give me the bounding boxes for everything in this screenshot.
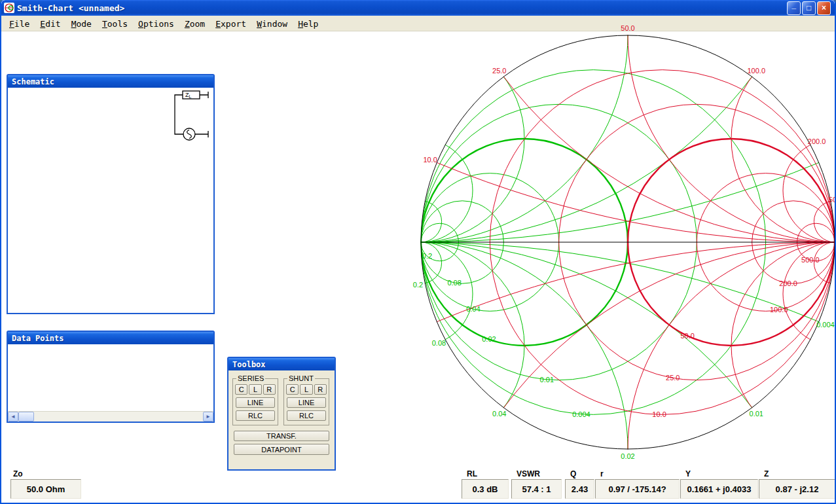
svg-text:0.01: 0.01 <box>750 410 763 418</box>
schematic-window: Schematic ZL <box>7 74 215 314</box>
svg-text:10.0: 10.0 <box>652 410 666 418</box>
load-label: ZL <box>185 92 192 99</box>
datapoint-button[interactable]: DATAPOINT <box>234 444 329 455</box>
data-points-window: Data Points ◄ ► <box>7 331 215 423</box>
shunt-r-button[interactable]: R <box>314 384 327 395</box>
svg-text:0.08: 0.08 <box>447 279 461 287</box>
svg-text:100.0: 100.0 <box>770 306 788 314</box>
shunt-c-button[interactable]: C <box>286 384 299 395</box>
schematic-title: Schematic <box>12 77 54 86</box>
shunt-group: SHUNT C L R LINE RLC <box>283 378 329 425</box>
svg-text:0.04: 0.04 <box>466 305 480 313</box>
z-value: 0.87 - j2.12 <box>759 479 835 499</box>
toolbox-body: SERIES C L R LINE RLC SHUNT C L R <box>228 370 335 469</box>
data-points-titlebar[interactable]: Data Points <box>8 332 213 344</box>
y-readout: Y 0.1661 + j0.4033 <box>680 469 758 499</box>
gamma-label: r <box>595 469 680 479</box>
series-rlc-button[interactable]: RLC <box>236 410 275 421</box>
schematic-canvas[interactable]: ZL <box>8 88 213 313</box>
terminal-top <box>200 92 208 98</box>
y-value: 0.1661 + j0.4033 <box>680 479 758 499</box>
z-readout: Z 0.87 - j2.12 <box>759 469 835 499</box>
svg-text:0.01: 0.01 <box>540 376 554 384</box>
toolbox-window: Toolbox SERIES C L R LINE RLC SHUNT <box>227 357 336 471</box>
menu-export[interactable]: Export <box>210 17 251 30</box>
rl-label: RL <box>462 469 509 479</box>
menu-window[interactable]: Window <box>251 17 293 30</box>
menu-mode[interactable]: Mode <box>66 17 97 30</box>
app-icon <box>4 3 14 13</box>
toolbox-title: Toolbox <box>232 360 266 369</box>
svg-text:10.0: 10.0 <box>423 156 437 164</box>
series-line-button[interactable]: LINE <box>236 397 275 408</box>
toolbox-titlebar[interactable]: Toolbox <box>228 358 335 370</box>
gamma-readout: r 0.97 / -175.14? <box>595 469 680 499</box>
svg-text:0.08: 0.08 <box>432 339 446 347</box>
window-title: Smith-Chart <unnamed> <box>17 3 784 13</box>
menu-file[interactable]: File <box>4 17 35 30</box>
menu-tools[interactable]: Tools <box>97 17 133 30</box>
svg-text:0.004: 0.004 <box>572 410 591 418</box>
q-readout: Q 2.43 <box>565 469 594 499</box>
wire-left <box>175 95 183 134</box>
svg-text:200.0: 200.0 <box>808 137 826 145</box>
terminal-bottom <box>195 131 208 137</box>
titlebar[interactable]: Smith-Chart <unnamed> _ □ × <box>1 0 835 16</box>
rl-value: 0.3 dB <box>462 479 509 499</box>
minimize-icon: _ <box>791 1 796 10</box>
svg-text:0.2: 0.2 <box>413 281 423 289</box>
schematic-titlebar[interactable]: Schematic <box>8 75 213 88</box>
svg-text:100.0: 100.0 <box>747 67 765 75</box>
gamma-value: 0.97 / -175.14? <box>595 479 680 499</box>
series-c-button[interactable]: C <box>235 384 247 395</box>
maximize-icon: □ <box>807 3 811 12</box>
minimize-button[interactable]: _ <box>787 1 801 15</box>
zo-readout: Zo 50.0 Ohm <box>10 469 81 499</box>
transf-button[interactable]: TRANSF. <box>234 431 329 441</box>
svg-text:500.0: 500.0 <box>801 256 820 264</box>
menu-zoom[interactable]: Zoom <box>179 17 210 30</box>
close-button[interactable]: × <box>817 1 831 15</box>
smith-chart[interactable]: 10.025.050.0100.0200.0500.00.0040.010.02… <box>407 16 836 475</box>
svg-text:50.0: 50.0 <box>621 24 634 32</box>
svg-text:500.0: 500.0 <box>829 196 836 204</box>
shunt-line-button[interactable]: LINE <box>287 397 326 408</box>
q-value: 2.43 <box>565 479 594 499</box>
svg-text:0.02: 0.02 <box>621 452 634 460</box>
window-controls: _ □ × <box>787 1 832 15</box>
scroll-left-icon: ◄ <box>10 414 16 420</box>
svg-text:0.004: 0.004 <box>816 321 835 329</box>
shunt-group-label: SHUNT <box>287 374 315 382</box>
data-points-list[interactable]: ◄ ► <box>8 344 213 422</box>
series-r-button[interactable]: R <box>263 384 276 395</box>
vswr-readout: VSWR 57.4 : 1 <box>511 469 562 499</box>
data-points-title: Data Points <box>12 334 64 343</box>
svg-text:25.0: 25.0 <box>666 374 680 382</box>
shunt-rlc-button[interactable]: RLC <box>287 410 326 421</box>
scroll-right-button[interactable]: ► <box>203 412 213 422</box>
q-label: Q <box>565 469 594 479</box>
svg-text:50.0: 50.0 <box>681 332 695 340</box>
zo-value[interactable]: 50.0 Ohm <box>10 479 81 499</box>
application-window: Smith-Chart <unnamed> _ □ × File Edit Mo… <box>0 0 836 504</box>
scroll-left-button[interactable]: ◄ <box>8 412 18 422</box>
menu-edit[interactable]: Edit <box>35 17 65 30</box>
series-group: SERIES C L R LINE RLC <box>232 378 278 425</box>
shunt-l-button[interactable]: L <box>300 384 312 395</box>
z-label: Z <box>759 469 835 479</box>
series-l-button[interactable]: L <box>249 384 261 395</box>
maximize-button[interactable]: □ <box>802 1 816 15</box>
scrollbar-track[interactable] <box>34 412 203 422</box>
svg-text:0.02: 0.02 <box>482 335 496 343</box>
menu-help[interactable]: Help <box>293 17 323 30</box>
scrollbar-thumb[interactable] <box>18 412 34 422</box>
menu-options[interactable]: Options <box>133 17 179 30</box>
zo-label: Zo <box>10 469 81 479</box>
vswr-value: 57.4 : 1 <box>511 479 562 499</box>
y-label: Y <box>680 469 758 479</box>
horizontal-scrollbar[interactable]: ◄ ► <box>8 411 213 422</box>
svg-text:25.0: 25.0 <box>492 67 506 75</box>
vswr-label: VSWR <box>511 469 562 479</box>
schematic-drawing: ZL <box>8 88 213 313</box>
series-group-label: SERIES <box>236 374 265 382</box>
